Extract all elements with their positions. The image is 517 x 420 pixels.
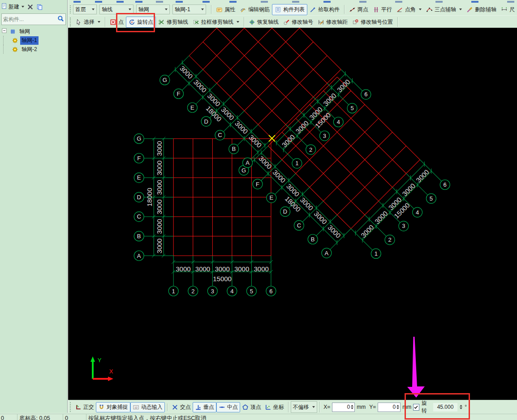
search-icon[interactable]	[57, 15, 64, 23]
dimension-text: G	[137, 135, 141, 142]
modify-axis-number-icon	[283, 19, 290, 26]
x-unit-label: mm	[355, 403, 367, 411]
coordinate-snap-toggle[interactable]: 坐标	[263, 403, 286, 412]
point-button[interactable]: 点	[108, 17, 126, 27]
element-combo[interactable]: 轴网	[136, 4, 170, 14]
tree-item-1[interactable]: 轴网-1	[0, 36, 67, 45]
copy-component-button[interactable]	[36, 4, 43, 10]
degree-unit-label: °	[465, 404, 467, 410]
chevron-down-icon	[98, 21, 100, 23]
dimension-text: 3000	[299, 196, 315, 212]
main-toolbar: 首层轴线轴网轴网-1属性编辑钢筋构件列表拾取构件两点平行点角三点辅轴删除辅轴尺	[68, 4, 517, 15]
intersection-snap-toggle[interactable]: 交点	[170, 403, 193, 412]
midpoint-snap-toggle[interactable]: 中点	[216, 402, 240, 412]
pick-component-button[interactable]: 拾取构件	[307, 4, 342, 15]
grid-tree-icon	[9, 28, 16, 35]
edit-rebar-button[interactable]: 编辑钢筋	[237, 4, 272, 15]
rotation-checkbox[interactable]	[413, 404, 419, 411]
tree-item-2[interactable]: 轴网-2	[0, 45, 67, 54]
chevron-down-icon	[459, 9, 462, 10]
delete-aux-button[interactable]: 删除辅轴	[464, 4, 499, 15]
dimension-text: 3000	[322, 91, 338, 107]
dimension-text: 6	[444, 181, 447, 188]
restore-axis-button[interactable]: 恢复轴线	[246, 17, 281, 27]
tool-toolbar: 选择点旋转点修剪轴线拉框修剪轴线恢复轴线修改轴号修改轴距修改轴号位置	[68, 15, 517, 28]
intersection-icon	[172, 404, 178, 411]
delete-component-button[interactable]	[27, 4, 34, 10]
midpoint-icon	[219, 404, 225, 411]
chevron-down-icon	[92, 9, 95, 10]
floor-combo[interactable]: 首层	[73, 4, 97, 14]
tree-root-grid[interactable]: 轴网	[0, 27, 67, 36]
dimension-text: 3000	[401, 182, 417, 198]
two-point-button[interactable]: 两点	[347, 4, 371, 15]
object-snap-toggle[interactable]: 对象捕捉	[96, 402, 130, 412]
rotation-label: 旋转	[422, 400, 431, 414]
rotation-angle-input[interactable]: 45.000	[433, 403, 457, 411]
bottombar-cell: 底标高: 0.05	[19, 415, 50, 420]
new-component-button[interactable]: 新建	[1, 3, 24, 11]
trim-axis-icon	[158, 19, 165, 26]
dimension-text: 3000	[178, 64, 194, 81]
dimension-text: Y	[98, 357, 102, 364]
y-spinner[interactable]	[396, 405, 399, 409]
y-coordinate-input[interactable]: 0	[378, 403, 401, 412]
ortho-toggle[interactable]: 正交	[73, 403, 96, 412]
rotate-point-icon	[129, 19, 135, 26]
grid-name-combo[interactable]: 轴网-1	[172, 4, 206, 14]
point-angle-button[interactable]: 点角	[394, 4, 424, 15]
vertex-snap-toggle[interactable]: 顶点	[240, 403, 263, 412]
x-coordinate-input[interactable]: 0	[332, 403, 355, 412]
drawing-canvas[interactable]: 3000300030003000300030001800030003000300…	[68, 28, 517, 400]
dimension-text: 4	[230, 288, 233, 295]
tree-expand-icon	[1, 27, 8, 34]
y-coordinate-label: Y=	[367, 403, 378, 411]
dimension-text: 3000	[155, 199, 163, 214]
rotation-group: 旋转 45.000 °	[413, 400, 467, 414]
info-bar: 0底标高: 0.050按鼠标左键指定插入点，按右键中止或ESC取消	[0, 414, 517, 420]
dimension-text: A	[325, 250, 329, 257]
dimension-text: 3000	[195, 265, 210, 273]
three-point-aux-button[interactable]: 三点辅轴	[424, 4, 464, 15]
dimension-text: 3000	[414, 168, 431, 184]
modify-axis-pos-icon	[352, 19, 359, 26]
new-doc-icon	[1, 3, 8, 9]
prompt-message: 按鼠标左键指定插入点，按右键中止或ESC取消	[88, 415, 206, 420]
search-input[interactable]: 索构件...	[1, 13, 66, 25]
dimension-text: F	[177, 90, 181, 97]
component-list-button[interactable]: 构件列表	[272, 4, 307, 15]
x-coordinate-label: X=	[322, 403, 332, 411]
clipped-edge-button[interactable]: 尺	[499, 4, 517, 15]
component-tree: 轴网轴网-1轴网-2	[0, 27, 67, 54]
perpendicular-snap-toggle[interactable]: 垂点	[193, 402, 216, 412]
box-trim-icon	[193, 19, 199, 26]
element-type-combo[interactable]: 轴线	[99, 4, 133, 14]
modify-axis-number-button[interactable]: 修改轴号	[281, 17, 315, 27]
parallel-button[interactable]: 平行	[371, 4, 394, 15]
properties-button[interactable]: 属性	[214, 4, 237, 15]
select-cursor-icon	[75, 19, 82, 26]
component-navigator-panel: 新建 索构件... 轴网轴网-1轴网-2	[0, 0, 68, 413]
status-bar: 正交对象捕捉12动态输入交点垂点中点顶点坐标 不偏移 X= 0 mm Y= 0 …	[68, 400, 517, 414]
box-trim-axis-button[interactable]: 拉框修剪轴线	[190, 17, 241, 27]
rotate-point-button[interactable]: 旋转点	[126, 17, 156, 28]
offset-mode-combo[interactable]: 不偏移	[291, 401, 317, 413]
modify-axis-pos-button[interactable]: 修改轴号位置	[350, 17, 395, 27]
rotation-spinner[interactable]	[460, 405, 462, 409]
dimension-text: 3000	[234, 265, 249, 273]
x-spinner[interactable]	[351, 405, 353, 409]
dimension-text: C	[137, 213, 141, 220]
dimension-text: 4	[416, 209, 419, 216]
select-button[interactable]: 选择	[73, 17, 103, 27]
dimension-text: 3000	[155, 239, 163, 253]
trim-axis-button[interactable]: 修剪轴线	[156, 17, 190, 27]
dimension-text: 3000	[326, 223, 342, 240]
dimension-text: C	[218, 132, 222, 138]
dimension-text: 6	[364, 91, 367, 98]
new-doc-icon	[1, 3, 8, 11]
dynamic-input-toggle[interactable]: 12动态输入	[130, 402, 165, 412]
modify-axis-spacing-button[interactable]: 修改轴距	[315, 17, 350, 27]
clipped-toolbar-row	[68, 0, 517, 4]
dimension-text: 1	[172, 288, 175, 295]
two-point-icon	[349, 6, 356, 13]
